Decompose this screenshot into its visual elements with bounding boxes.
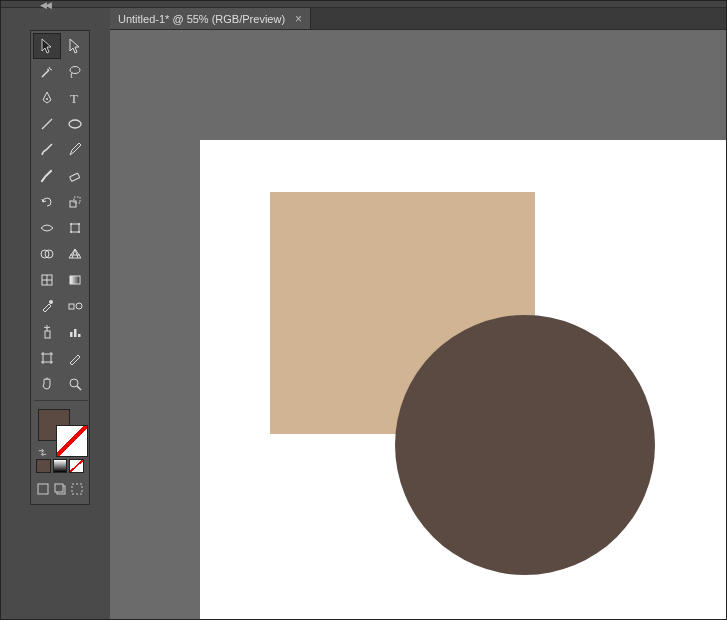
svg-rect-23 [78,334,81,337]
svg-point-0 [70,67,80,74]
direct-selection-tool[interactable] [62,34,88,58]
magic-wand-tool[interactable] [34,60,60,84]
mesh-tool[interactable] [34,268,60,292]
perspective-grid-tool[interactable] [62,242,88,266]
screen-mode-row [34,481,86,501]
artboard-tool[interactable] [34,346,60,370]
app-top-strip [0,0,727,8]
svg-rect-6 [70,201,76,207]
svg-rect-8 [71,224,79,232]
selection-icon [39,38,55,54]
svg-point-25 [70,379,78,387]
svg-rect-22 [74,329,77,337]
draw-normal-button[interactable] [36,481,51,497]
svg-point-10 [78,223,80,225]
scale-tool[interactable] [62,190,88,214]
symbol-sprayer-tool[interactable] [34,320,60,344]
document-tab-title: Untitled-1* @ 55% (RGB/Preview) [118,13,285,25]
blend-icon [67,298,83,314]
eyedropper-icon [39,298,55,314]
lasso-icon [67,64,83,80]
shape-builder-icon [39,246,55,262]
svg-point-19 [76,303,82,309]
svg-rect-20 [45,331,50,338]
paintbrush-tool[interactable] [34,138,60,162]
draw-inside-button[interactable] [69,481,84,497]
scale-icon [67,194,83,210]
artboard[interactable] [200,140,727,620]
type-tool[interactable]: T [62,86,88,110]
rotate-tool[interactable] [34,190,60,214]
svg-rect-21 [70,332,73,337]
tools-panel: T [30,30,90,505]
document-tab[interactable]: Untitled-1* @ 55% (RGB/Preview) × [110,8,311,29]
blob-brush-icon [39,168,55,184]
ellipse-shape[interactable] [395,315,655,575]
paintbrush-icon [39,142,55,158]
color-mode-row [34,457,86,475]
type-icon: T [67,90,83,106]
svg-rect-7 [74,197,80,203]
svg-point-1 [46,98,48,100]
stroke-color-swatch[interactable] [56,425,88,457]
free-transform-icon [67,220,83,236]
perspective-icon [67,246,83,262]
mesh-icon [39,272,55,288]
swap-icon [37,447,48,458]
shape-builder-tool[interactable] [34,242,60,266]
slice-tool[interactable] [62,346,88,370]
rotate-icon [39,194,55,210]
column-graph-tool[interactable] [62,320,88,344]
color-swatches [34,407,86,455]
gradient-icon [67,272,83,288]
svg-rect-30 [72,484,82,494]
direct-selection-icon [67,38,83,54]
selection-tool[interactable] [34,34,60,58]
svg-point-9 [70,223,72,225]
swap-fill-stroke-button[interactable] [36,445,48,459]
zoom-tool[interactable] [62,372,88,396]
svg-line-26 [77,386,81,390]
color-mode-gradient[interactable] [53,459,68,473]
eraser-tool[interactable] [62,164,88,188]
lasso-tool[interactable] [62,60,88,84]
draw-normal-icon [36,482,50,496]
artboard-icon [39,350,55,366]
line-segment-tool[interactable] [34,112,60,136]
blob-brush-tool[interactable] [34,164,60,188]
hand-icon [39,376,55,392]
ellipse-icon [67,116,83,132]
svg-rect-24 [43,354,51,362]
svg-rect-18 [69,304,74,309]
svg-point-12 [78,231,80,233]
color-mode-solid[interactable] [36,459,51,473]
eraser-icon [67,168,83,184]
pencil-tool[interactable] [62,138,88,162]
magic-wand-icon [39,64,55,80]
pen-icon [39,90,55,106]
svg-text:T: T [70,91,78,106]
draw-inside-icon [70,482,84,496]
eyedropper-tool[interactable] [34,294,60,318]
hand-tool[interactable] [34,372,60,396]
svg-rect-27 [38,484,48,494]
width-tool[interactable] [34,216,60,240]
svg-rect-29 [55,484,63,492]
document-tab-bar: Untitled-1* @ 55% (RGB/Preview) × [110,8,727,30]
panel-collapse-button[interactable]: ◀◀ [33,0,57,10]
tool-divider [34,400,88,401]
graph-icon [67,324,83,340]
svg-rect-16 [70,276,80,284]
spray-icon [39,324,55,340]
draw-behind-button[interactable] [53,481,68,497]
width-icon [39,220,55,236]
close-tab-button[interactable]: × [295,12,302,26]
color-mode-none[interactable] [69,459,84,473]
workspace[interactable] [110,30,727,620]
blend-tool[interactable] [62,294,88,318]
gradient-tool[interactable] [62,268,88,292]
ellipse-tool[interactable] [62,112,88,136]
line-icon [39,116,55,132]
pen-tool[interactable] [34,86,60,110]
free-transform-tool[interactable] [62,216,88,240]
